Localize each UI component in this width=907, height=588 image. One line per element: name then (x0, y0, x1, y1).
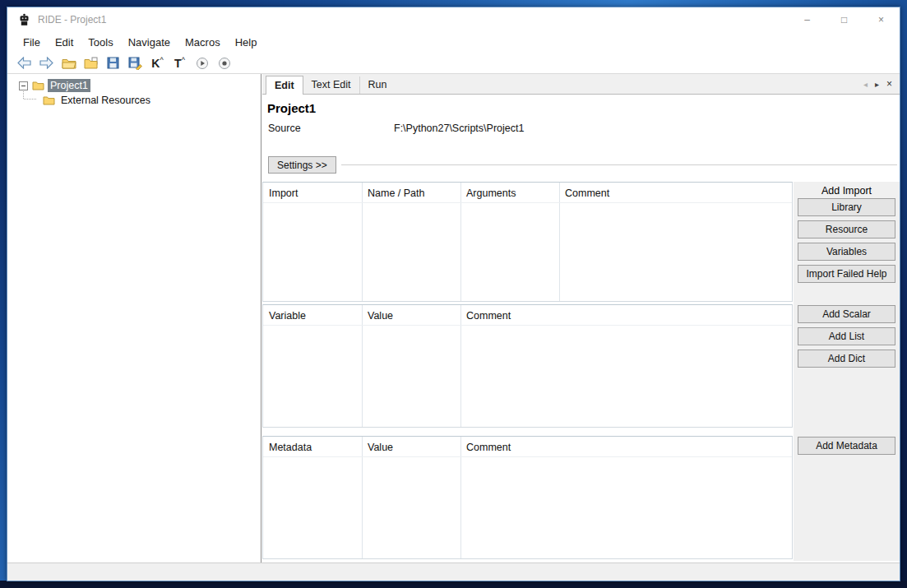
save-all-button[interactable] (125, 54, 146, 72)
menu-tools[interactable]: Tools (81, 36, 120, 49)
title-bar[interactable]: RIDE - Project1 – □ × (7, 7, 900, 32)
tree-row-project1: Project1 (7, 78, 261, 93)
tab-scroll-left-icon[interactable]: ◂ (863, 80, 868, 89)
add-resource-button[interactable]: Resource (798, 220, 895, 238)
toolbar: K^ T^ (7, 53, 900, 74)
external-resources-folder-icon (43, 95, 55, 105)
add-metadata-button[interactable]: Add Metadata (798, 437, 895, 455)
close-button[interactable]: × (863, 7, 900, 32)
folder-file-icon (84, 57, 99, 69)
window-controls: – □ × (789, 7, 900, 32)
stop-icon (218, 57, 231, 70)
save-button[interactable] (103, 54, 123, 72)
metadata-col-metadata: Metadata (269, 442, 312, 453)
import-failed-help-button[interactable]: Import Failed Help (798, 265, 895, 283)
project-folder-icon (32, 81, 44, 90)
open-directory-button[interactable] (58, 54, 79, 72)
open-file-button[interactable] (81, 54, 101, 72)
forward-arrow-icon (39, 57, 53, 69)
menu-bar: File Edit Tools Navigate Macros Help (7, 32, 900, 53)
editor-panel: Edit Text Edit Run ◂ ▸ × Project1 Source… (262, 74, 900, 563)
variable-col-value: Value (368, 310, 393, 322)
tab-controls: ◂ ▸ × (863, 74, 900, 94)
tab-run[interactable]: Run (359, 76, 396, 94)
tab-bar: Edit Text Edit Run ◂ ▸ × (262, 74, 900, 95)
menu-navigate[interactable]: Navigate (121, 36, 178, 49)
back-arrow-icon (17, 57, 31, 69)
menu-edit[interactable]: Edit (48, 36, 81, 49)
add-dict-button[interactable]: Add Dict (798, 350, 895, 368)
status-bar (7, 563, 900, 581)
menu-help[interactable]: Help (228, 36, 265, 49)
variable-col-variable: Variable (269, 310, 306, 322)
run-tests-button[interactable] (192, 54, 212, 72)
metadata-table[interactable]: Metadata Value Comment (262, 436, 793, 559)
go-forward-button[interactable] (36, 54, 57, 72)
tab-close-icon[interactable]: × (886, 78, 892, 90)
stop-button[interactable] (214, 54, 234, 72)
ride-app-icon (18, 13, 30, 26)
tab-edit[interactable]: Edit (266, 76, 303, 95)
maximize-button[interactable]: □ (826, 7, 863, 32)
metadata-col-value: Value (368, 442, 393, 453)
add-library-button[interactable]: Library (798, 198, 895, 216)
source-label: Source (268, 123, 301, 134)
import-col-name-path: Name / Path (368, 188, 424, 199)
variable-table[interactable]: Variable Value Comment (262, 304, 793, 428)
window-title: RIDE - Project1 (38, 14, 106, 25)
open-folder-icon (62, 58, 76, 69)
editor-content: Project1 Source F:\Python27\Scripts\Proj… (262, 95, 900, 563)
menu-macros[interactable]: Macros (178, 36, 228, 49)
minimize-button[interactable]: – (789, 7, 826, 32)
app-window: RIDE - Project1 – □ × File Edit Tools Na… (7, 7, 900, 581)
import-col-comment: Comment (565, 188, 609, 199)
add-list-button[interactable]: Add List (798, 327, 895, 345)
play-icon (196, 57, 209, 70)
go-back-button[interactable] (14, 54, 35, 72)
main-region: Project1 External Resources Edit Text Ed… (7, 74, 900, 563)
search-keywords-button[interactable]: K^ (147, 54, 168, 72)
import-table[interactable]: Import Name / Path Arguments Comment (262, 182, 793, 302)
tab-scroll-right-icon[interactable]: ▸ (875, 80, 879, 89)
add-variables-button[interactable]: Variables (798, 243, 895, 261)
project-title: Project1 (267, 101, 316, 115)
tree-collapse-toggle-icon[interactable] (19, 81, 28, 90)
tree-row-external-resources: External Resources (39, 93, 261, 108)
actions-column: Add Import Library Resource Variables Im… (794, 182, 900, 561)
tree-item-project1[interactable]: Project1 (48, 79, 90, 92)
project-tree: Project1 External Resources (7, 74, 261, 563)
tree-item-external-resources[interactable]: External Resources (58, 94, 153, 107)
source-value: F:\Python27\Scripts\Project1 (394, 123, 524, 134)
desktop-background: RIDE - Project1 – □ × File Edit Tools Na… (0, 0, 907, 588)
import-col-import: Import (269, 188, 298, 199)
add-scalar-button[interactable]: Add Scalar (798, 305, 895, 323)
search-tests-button[interactable]: T^ (169, 54, 190, 72)
tree-connector-horizontal (24, 99, 36, 100)
menu-file[interactable]: File (16, 36, 48, 49)
taskbar-strip (0, 581, 907, 588)
variable-col-comment: Comment (466, 310, 511, 322)
add-import-label: Add Import (794, 185, 900, 197)
metadata-col-comment: Comment (466, 442, 511, 453)
settings-divider (341, 164, 897, 165)
save-all-icon (128, 57, 143, 70)
tab-text-edit[interactable]: Text Edit (303, 76, 359, 94)
settings-toggle-button[interactable]: Settings >> (268, 156, 336, 174)
save-icon (107, 57, 119, 69)
import-col-arguments: Arguments (466, 188, 516, 199)
